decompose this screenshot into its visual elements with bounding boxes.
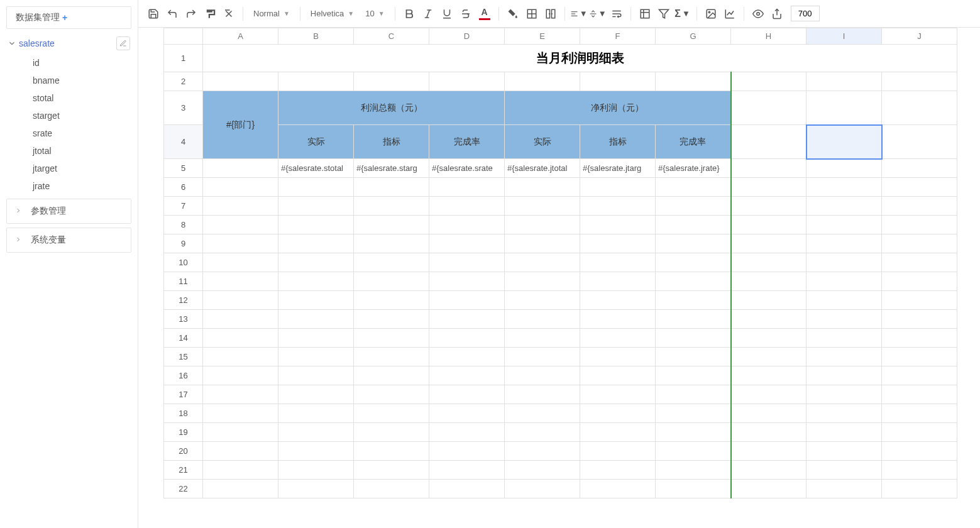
cell[interactable] [807, 125, 882, 159]
merge-cells-button[interactable] [542, 4, 559, 23]
cell[interactable] [278, 480, 354, 498]
row-header[interactable]: 17 [164, 385, 203, 404]
cell[interactable] [731, 291, 807, 310]
cell[interactable] [731, 310, 807, 329]
cell[interactable] [580, 72, 656, 91]
dataset-management-header[interactable]: 数据集管理 + [6, 6, 131, 29]
cell[interactable] [354, 234, 429, 253]
col-header[interactable]: F [580, 28, 656, 45]
row-header[interactable]: 8 [164, 216, 203, 234]
col-header[interactable]: C [354, 28, 429, 45]
cell[interactable] [429, 442, 505, 461]
sheet-title[interactable]: 当月利润明细表 [203, 45, 957, 72]
cell[interactable] [882, 272, 957, 291]
cell[interactable] [656, 461, 731, 480]
cell[interactable] [203, 272, 278, 291]
cell[interactable] [807, 423, 882, 442]
cell[interactable] [505, 72, 580, 91]
row-header[interactable]: 3 [164, 91, 203, 125]
cell[interactable] [731, 197, 807, 216]
cell[interactable] [429, 310, 505, 329]
cell[interactable] [882, 91, 957, 125]
cell[interactable] [807, 329, 882, 348]
cell[interactable] [807, 310, 882, 329]
cell[interactable] [807, 366, 882, 385]
cell[interactable] [505, 442, 580, 461]
cell[interactable] [278, 461, 354, 480]
cell[interactable]: #{salesrate.stotal [278, 159, 354, 178]
cell[interactable] [354, 423, 429, 442]
tree-field-item[interactable]: jrate [25, 177, 131, 195]
cell[interactable] [354, 216, 429, 234]
cell[interactable] [807, 480, 882, 498]
cell[interactable] [656, 197, 731, 216]
cell[interactable]: #{salesrate.jrate} [656, 159, 731, 178]
cell[interactable] [807, 461, 882, 480]
cell[interactable] [807, 442, 882, 461]
subheader[interactable]: 实际 [505, 125, 580, 159]
cell[interactable] [580, 329, 656, 348]
cell[interactable] [354, 291, 429, 310]
cell[interactable] [731, 216, 807, 234]
cell[interactable] [882, 461, 957, 480]
cell[interactable] [429, 329, 505, 348]
col-header[interactable]: E [505, 28, 580, 45]
cell[interactable] [731, 423, 807, 442]
preview-button[interactable] [749, 4, 767, 23]
cell[interactable] [505, 310, 580, 329]
spreadsheet[interactable]: ABCDEFGHIJ1当月利润明细表23#{部门}利润总额（元）净利润（元）4实… [138, 28, 980, 528]
cell[interactable] [505, 461, 580, 480]
cell[interactable] [882, 178, 957, 197]
cell[interactable] [505, 385, 580, 404]
filter-button[interactable] [655, 4, 673, 23]
cell[interactable] [505, 366, 580, 385]
cell[interactable] [580, 216, 656, 234]
cell[interactable] [505, 253, 580, 272]
cell[interactable] [731, 178, 807, 197]
cell[interactable] [429, 291, 505, 310]
cell[interactable] [580, 178, 656, 197]
cell[interactable] [203, 385, 278, 404]
save-button[interactable] [145, 4, 162, 23]
cell[interactable] [354, 72, 429, 91]
cell[interactable] [278, 423, 354, 442]
cell[interactable] [731, 366, 807, 385]
cell[interactable] [429, 366, 505, 385]
align-h-button[interactable]: ▼ [570, 4, 588, 23]
cell[interactable] [505, 178, 580, 197]
cell[interactable] [656, 272, 731, 291]
cell[interactable] [203, 423, 278, 442]
zoom-input[interactable] [791, 6, 820, 21]
font-select[interactable]: Helvetica▼ [306, 9, 359, 18]
cell[interactable] [807, 216, 882, 234]
cell[interactable] [807, 348, 882, 366]
cell[interactable] [882, 423, 957, 442]
row-header[interactable]: 14 [164, 329, 203, 348]
cell[interactable] [505, 480, 580, 498]
bold-button[interactable] [400, 4, 418, 23]
cell[interactable] [429, 480, 505, 498]
cell[interactable] [278, 253, 354, 272]
cell[interactable] [882, 159, 957, 178]
header-group1[interactable]: 利润总额（元） [278, 91, 505, 125]
cell[interactable] [429, 197, 505, 216]
col-header[interactable]: I [807, 28, 882, 45]
align-v-button[interactable]: ▼ [589, 4, 607, 23]
cell[interactable] [354, 178, 429, 197]
cell[interactable] [203, 310, 278, 329]
cell[interactable] [354, 442, 429, 461]
cell[interactable] [580, 197, 656, 216]
cell[interactable] [882, 72, 957, 91]
cell[interactable] [882, 234, 957, 253]
cell[interactable] [580, 272, 656, 291]
cell[interactable] [731, 348, 807, 366]
borders-button[interactable] [523, 4, 541, 23]
cell[interactable] [505, 348, 580, 366]
cell[interactable] [656, 291, 731, 310]
col-header[interactable]: A [203, 28, 278, 45]
cell[interactable] [429, 385, 505, 404]
subheader[interactable]: 完成率 [656, 125, 731, 159]
cell[interactable] [580, 385, 656, 404]
cell[interactable] [656, 348, 731, 366]
cell[interactable] [882, 197, 957, 216]
